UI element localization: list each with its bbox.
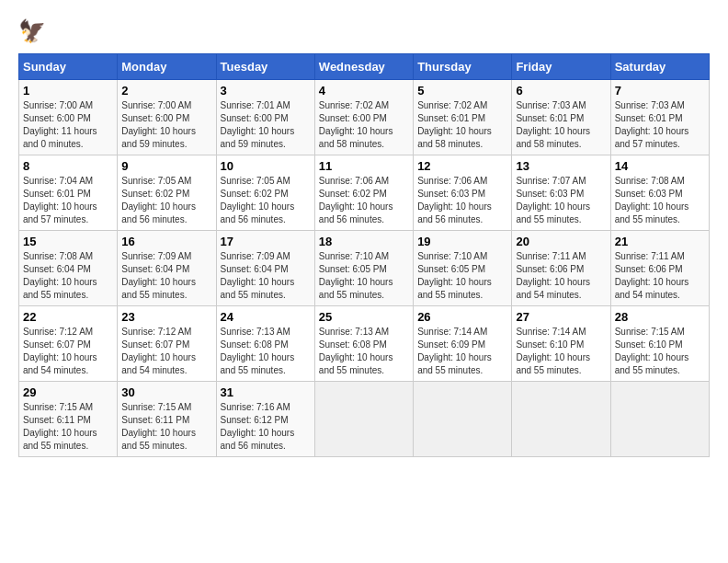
calendar-cell: 27 Sunrise: 7:14 AM Sunset: 6:10 PM Dayl… [512, 306, 610, 382]
calendar-cell: 8 Sunrise: 7:04 AM Sunset: 6:01 PM Dayli… [19, 155, 118, 231]
day-info: Sunrise: 7:14 AM Sunset: 6:09 PM Dayligh… [417, 326, 507, 377]
day-info: Sunrise: 7:10 AM Sunset: 6:05 PM Dayligh… [319, 250, 409, 302]
day-number: 13 [516, 159, 606, 173]
day-info: Sunrise: 7:08 AM Sunset: 6:03 PM Dayligh… [615, 175, 705, 226]
day-number: 23 [121, 310, 211, 324]
day-info: Sunrise: 7:13 AM Sunset: 6:08 PM Dayligh… [221, 326, 311, 377]
calendar-week-row: 29 Sunrise: 7:15 AM Sunset: 6:11 PM Dayl… [19, 382, 710, 457]
day-info: Sunrise: 7:04 AM Sunset: 6:01 PM Dayligh… [23, 175, 113, 226]
day-info: Sunrise: 7:06 AM Sunset: 6:03 PM Dayligh… [417, 175, 507, 226]
day-info: Sunrise: 7:05 AM Sunset: 6:02 PM Dayligh… [121, 175, 211, 226]
calendar-cell [314, 382, 413, 457]
day-number: 19 [417, 235, 507, 248]
day-info: Sunrise: 7:07 AM Sunset: 6:03 PM Dayligh… [516, 175, 606, 226]
calendar-cell: 19 Sunrise: 7:10 AM Sunset: 6:05 PM Dayl… [414, 231, 512, 306]
day-info: Sunrise: 7:12 AM Sunset: 6:07 PM Dayligh… [121, 326, 211, 377]
calendar-cell [414, 382, 512, 457]
calendar-cell [512, 382, 610, 457]
day-number: 26 [417, 310, 507, 324]
day-number: 2 [121, 84, 211, 98]
day-number: 20 [516, 235, 606, 248]
page-header: 🦅 [18, 18, 710, 44]
day-info: Sunrise: 7:15 AM Sunset: 6:10 PM Dayligh… [615, 326, 705, 377]
calendar-cell: 2 Sunrise: 7:00 AM Sunset: 6:00 PM Dayli… [118, 80, 216, 155]
day-info: Sunrise: 7:03 AM Sunset: 6:01 PM Dayligh… [516, 99, 606, 151]
calendar-cell: 1 Sunrise: 7:00 AM Sunset: 6:00 PM Dayli… [19, 80, 118, 155]
calendar-cell: 18 Sunrise: 7:10 AM Sunset: 6:05 PM Dayl… [314, 231, 413, 306]
day-number: 30 [121, 385, 211, 399]
calendar-cell: 9 Sunrise: 7:05 AM Sunset: 6:02 PM Dayli… [118, 155, 216, 231]
day-info: Sunrise: 7:12 AM Sunset: 6:07 PM Dayligh… [23, 326, 113, 377]
calendar-cell: 28 Sunrise: 7:15 AM Sunset: 6:10 PM Dayl… [610, 306, 709, 382]
weekday-header: Saturday [610, 54, 709, 80]
day-info: Sunrise: 7:00 AM Sunset: 6:00 PM Dayligh… [23, 99, 113, 151]
day-info: Sunrise: 7:05 AM Sunset: 6:02 PM Dayligh… [221, 175, 311, 226]
logo: 🦅 [18, 18, 48, 44]
day-number: 16 [121, 235, 211, 248]
calendar-cell: 30 Sunrise: 7:15 AM Sunset: 6:11 PM Dayl… [118, 382, 216, 457]
day-number: 4 [319, 84, 409, 98]
day-number: 12 [417, 159, 507, 173]
day-number: 29 [23, 385, 113, 399]
calendar-cell: 11 Sunrise: 7:06 AM Sunset: 6:02 PM Dayl… [314, 155, 413, 231]
calendar-cell: 3 Sunrise: 7:01 AM Sunset: 6:00 PM Dayli… [216, 80, 314, 155]
day-number: 1 [23, 84, 113, 98]
day-info: Sunrise: 7:02 AM Sunset: 6:01 PM Dayligh… [417, 99, 507, 151]
day-number: 22 [23, 310, 113, 324]
calendar-cell: 13 Sunrise: 7:07 AM Sunset: 6:03 PM Dayl… [512, 155, 610, 231]
calendar-cell: 25 Sunrise: 7:13 AM Sunset: 6:08 PM Dayl… [314, 306, 413, 382]
calendar-cell: 17 Sunrise: 7:09 AM Sunset: 6:04 PM Dayl… [216, 231, 314, 306]
calendar-cell: 20 Sunrise: 7:11 AM Sunset: 6:06 PM Dayl… [512, 231, 610, 306]
day-number: 7 [615, 84, 705, 98]
day-info: Sunrise: 7:10 AM Sunset: 6:05 PM Dayligh… [417, 250, 507, 302]
weekday-header: Thursday [414, 54, 512, 80]
day-info: Sunrise: 7:01 AM Sunset: 6:00 PM Dayligh… [221, 99, 311, 151]
day-number: 5 [417, 84, 507, 98]
day-info: Sunrise: 7:09 AM Sunset: 6:04 PM Dayligh… [121, 250, 211, 302]
svg-text:🦅: 🦅 [18, 18, 44, 44]
day-info: Sunrise: 7:02 AM Sunset: 6:00 PM Dayligh… [319, 99, 409, 151]
day-number: 10 [221, 159, 311, 173]
day-number: 25 [319, 310, 409, 324]
calendar-cell: 16 Sunrise: 7:09 AM Sunset: 6:04 PM Dayl… [118, 231, 216, 306]
calendar-week-row: 15 Sunrise: 7:08 AM Sunset: 6:04 PM Dayl… [19, 231, 710, 306]
calendar-cell: 24 Sunrise: 7:13 AM Sunset: 6:08 PM Dayl… [216, 306, 314, 382]
day-info: Sunrise: 7:13 AM Sunset: 6:08 PM Dayligh… [319, 326, 409, 377]
calendar-cell: 31 Sunrise: 7:16 AM Sunset: 6:12 PM Dayl… [216, 382, 314, 457]
calendar-cell: 23 Sunrise: 7:12 AM Sunset: 6:07 PM Dayl… [118, 306, 216, 382]
calendar-cell: 7 Sunrise: 7:03 AM Sunset: 6:01 PM Dayli… [610, 80, 709, 155]
calendar-header: SundayMondayTuesdayWednesdayThursdayFrid… [19, 54, 710, 80]
day-number: 3 [221, 84, 311, 98]
calendar-cell: 29 Sunrise: 7:15 AM Sunset: 6:11 PM Dayl… [19, 382, 118, 457]
calendar-week-row: 1 Sunrise: 7:00 AM Sunset: 6:00 PM Dayli… [19, 80, 710, 155]
logo-icon: 🦅 [18, 18, 44, 44]
calendar-cell [610, 382, 709, 457]
weekday-header: Friday [512, 54, 610, 80]
calendar-cell: 22 Sunrise: 7:12 AM Sunset: 6:07 PM Dayl… [19, 306, 118, 382]
day-number: 15 [23, 235, 113, 248]
calendar-cell: 21 Sunrise: 7:11 AM Sunset: 6:06 PM Dayl… [610, 231, 709, 306]
day-number: 24 [221, 310, 311, 324]
day-number: 18 [319, 235, 409, 248]
day-info: Sunrise: 7:15 AM Sunset: 6:11 PM Dayligh… [121, 401, 211, 453]
weekday-header: Tuesday [216, 54, 314, 80]
day-info: Sunrise: 7:14 AM Sunset: 6:10 PM Dayligh… [516, 326, 606, 377]
calendar-cell: 14 Sunrise: 7:08 AM Sunset: 6:03 PM Dayl… [610, 155, 709, 231]
calendar-week-row: 8 Sunrise: 7:04 AM Sunset: 6:01 PM Dayli… [19, 155, 710, 231]
day-number: 14 [615, 159, 705, 173]
calendar-cell: 15 Sunrise: 7:08 AM Sunset: 6:04 PM Dayl… [19, 231, 118, 306]
day-info: Sunrise: 7:11 AM Sunset: 6:06 PM Dayligh… [516, 250, 606, 302]
calendar-body: 1 Sunrise: 7:00 AM Sunset: 6:00 PM Dayli… [19, 80, 710, 457]
day-number: 17 [221, 235, 311, 248]
calendar-cell: 12 Sunrise: 7:06 AM Sunset: 6:03 PM Dayl… [414, 155, 512, 231]
day-number: 11 [319, 159, 409, 173]
calendar-cell: 6 Sunrise: 7:03 AM Sunset: 6:01 PM Dayli… [512, 80, 610, 155]
calendar-cell: 26 Sunrise: 7:14 AM Sunset: 6:09 PM Dayl… [414, 306, 512, 382]
day-info: Sunrise: 7:11 AM Sunset: 6:06 PM Dayligh… [615, 250, 705, 302]
day-number: 9 [121, 159, 211, 173]
day-info: Sunrise: 7:03 AM Sunset: 6:01 PM Dayligh… [615, 99, 705, 151]
day-info: Sunrise: 7:09 AM Sunset: 6:04 PM Dayligh… [221, 250, 311, 302]
header-row: SundayMondayTuesdayWednesdayThursdayFrid… [19, 54, 710, 80]
calendar-cell: 4 Sunrise: 7:02 AM Sunset: 6:00 PM Dayli… [314, 80, 413, 155]
weekday-header: Sunday [19, 54, 118, 80]
